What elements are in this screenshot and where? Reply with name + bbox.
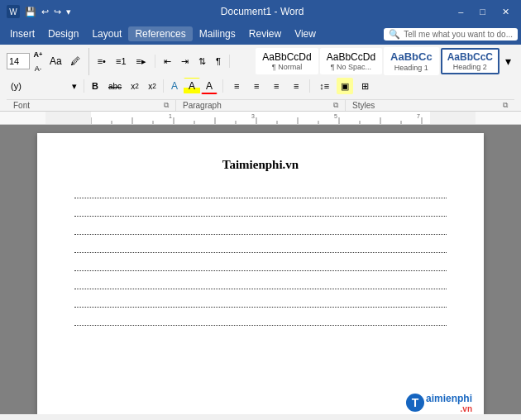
decrease-indent-button[interactable]: ⇤ [160, 53, 174, 69]
menu-mailings[interactable]: Mailings [193, 26, 242, 41]
align-left-button[interactable]: ≡ [228, 78, 245, 94]
separator5 [222, 79, 223, 93]
separator1 [155, 55, 155, 68]
doc-line-7 [74, 296, 447, 308]
numbering-button[interactable]: ≡1 [112, 53, 130, 69]
font-name-dropdown[interactable]: (y) ▾ [7, 78, 81, 94]
strikethrough-button[interactable]: abc [104, 78, 126, 94]
word-icon: W [7, 5, 20, 18]
style-nospace-preview: AaBbCcDd [327, 51, 375, 63]
style-normal-preview: AaBbCcDd [262, 51, 311, 63]
menu-review[interactable]: Review [242, 26, 288, 41]
search-icon: 🔍 [389, 29, 400, 40]
shading-button[interactable]: ▣ [337, 78, 353, 94]
svg-text:5: 5 [334, 113, 337, 119]
title-bar-left: W 💾 ↩ ↪ ▾ [7, 5, 71, 18]
doc-line-2 [74, 205, 447, 217]
styles-more-button[interactable]: ▾ [501, 53, 514, 69]
align-center-button[interactable]: ≡ [248, 78, 265, 94]
style-h2-label: Heading 2 [447, 63, 493, 71]
menu-insert[interactable]: Insert [3, 26, 41, 41]
style-heading2[interactable]: AaBbCcC Heading 2 [441, 48, 499, 74]
style-normal-label: ¶ Normal [262, 63, 311, 71]
separator2 [229, 55, 230, 68]
watermark-icon: T [406, 394, 424, 412]
styles-section: AaBbCcDd ¶ Normal AaBbCcDd ¶ No Spac... … [256, 47, 514, 75]
style-normal[interactable]: AaBbCcDd ¶ Normal [256, 48, 318, 74]
watermark: T aimienphi .vn [401, 389, 477, 414]
doc-line-1 [74, 187, 447, 198]
quick-access-undo[interactable]: ↩ [41, 7, 49, 17]
quick-access-redo[interactable]: ↪ [54, 7, 61, 17]
bold-button[interactable]: B [87, 78, 103, 94]
document-area[interactable]: Taimienphi.vn T aimienphi .vn [0, 125, 521, 414]
font-dropdown-arrow: ▾ [72, 81, 77, 92]
subscript-button[interactable]: x2 [127, 78, 143, 94]
menu-design[interactable]: Design [41, 26, 85, 41]
ruler-marks: 1 3 5 7 [91, 112, 430, 124]
svg-text:1: 1 [169, 113, 172, 119]
ribbon-row1: A+ A- Aa 🖉 ≡• ≡1 ≡▸ ⇤ ⇥ ⇅ ¶ AaBbCcDd ¶ N… [7, 48, 514, 74]
styles-group-expander[interactable]: ⧉ [503, 101, 508, 110]
separator6 [309, 79, 310, 93]
paragraph-group-label: Paragraph [183, 101, 222, 110]
styles-group-label: Styles [352, 101, 375, 110]
maximize-button[interactable]: □ [475, 5, 490, 19]
style-heading1[interactable]: AaBbCc Heading 1 [384, 47, 439, 75]
line-spacing-button[interactable]: ↕≡ [315, 78, 333, 94]
format-buttons: (y) ▾ B abc x2 x2 A A A [7, 78, 217, 94]
show-formatting-button[interactable]: ¶ [213, 53, 224, 69]
style-h2-preview: AaBbCcC [447, 51, 493, 63]
font-grow-button[interactable]: A+ [31, 48, 45, 61]
font-name-label: (y) [11, 81, 22, 91]
ribbon: A+ A- Aa 🖉 ≡• ≡1 ≡▸ ⇤ ⇥ ⇅ ¶ AaBbCcDd ¶ N… [0, 45, 521, 112]
superscript-button[interactable]: x2 [144, 78, 160, 94]
svg-text:3: 3 [251, 113, 255, 119]
document-title: Taimienphi.vn [74, 158, 447, 172]
sort-button[interactable]: ⇅ [195, 53, 209, 69]
style-h1-preview: AaBbCc [390, 50, 433, 64]
highlight-button[interactable]: A [184, 78, 200, 94]
watermark-name: aimienphi [426, 393, 472, 404]
style-h1-label: Heading 1 [390, 64, 433, 72]
doc-line-4 [74, 241, 447, 253]
watermark-vn: .vn [426, 404, 472, 413]
svg-text:7: 7 [417, 113, 420, 119]
font-group: Font ⧉ [7, 100, 176, 111]
close-button[interactable]: ✕ [497, 5, 514, 19]
styles-group: Styles ⧉ [346, 100, 514, 111]
search-box[interactable]: 🔍 Tell me what you want to do... [384, 28, 518, 41]
quick-access-save[interactable]: 💾 [25, 7, 36, 17]
bullets-button[interactable]: ≡• [94, 53, 109, 69]
document-page: Taimienphi.vn T aimienphi .vn [37, 133, 484, 414]
separator4 [163, 79, 164, 93]
ribbon-row2: (y) ▾ B abc x2 x2 A A A ≡ ≡ ≡ ≡ ↕≡ ▣ ⊞ [7, 74, 514, 98]
font-color-button[interactable]: A [201, 78, 217, 94]
justify-button[interactable]: ≡ [288, 78, 304, 94]
font-controls: A+ A- Aa 🖉 [7, 48, 89, 75]
menu-layout[interactable]: Layout [85, 26, 128, 41]
increase-indent-button[interactable]: ⇥ [178, 53, 192, 69]
font-size-input[interactable] [7, 53, 30, 69]
multilevel-button[interactable]: ≡▸ [133, 53, 150, 69]
menu-bar: Insert Design Layout References Mailings… [0, 23, 521, 45]
font-shrink-button[interactable]: A- [31, 62, 45, 75]
menu-view[interactable]: View [288, 26, 323, 41]
ruler[interactable]: 1 3 5 7 [0, 112, 521, 125]
title-bar-controls: – □ ✕ [453, 5, 514, 19]
font-group-expander[interactable]: ⧉ [164, 101, 169, 110]
minimize-button[interactable]: – [453, 5, 468, 19]
borders-button[interactable]: ⊞ [356, 78, 373, 94]
change-case-button[interactable]: Aa [46, 53, 65, 69]
style-nospace[interactable]: AaBbCcDd ¶ No Spac... [320, 48, 382, 74]
doc-line-5 [74, 260, 447, 271]
clear-format-button[interactable]: 🖉 [67, 53, 84, 69]
font-group-label: Font [13, 101, 30, 110]
ribbon-groups: Font ⧉ Paragraph ⧉ Styles ⧉ [7, 99, 514, 111]
menu-references[interactable]: References [128, 26, 192, 41]
window-title: Document1 - Word [71, 6, 453, 17]
paragraph-group-expander[interactable]: ⧉ [333, 101, 338, 110]
align-right-button[interactable]: ≡ [268, 78, 284, 94]
doc-line-3 [74, 223, 447, 235]
text-effect-button[interactable]: A [166, 78, 183, 94]
